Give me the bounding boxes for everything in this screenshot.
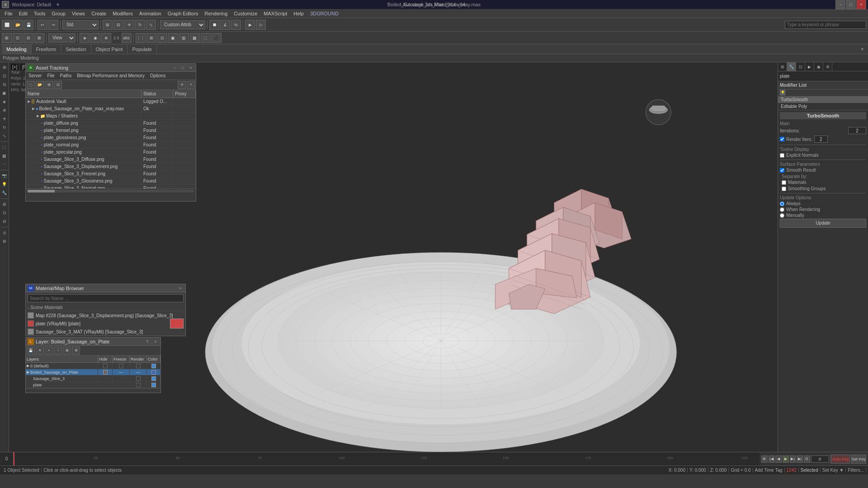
at-menu-bitmap[interactable]: Bitmap Performance and Memory — [74, 72, 147, 79]
tb2-btn7[interactable]: ⊡ — [157, 33, 167, 43]
layer-freeze-check-default[interactable] — [119, 364, 123, 368]
lp-icon-12[interactable]: ⋯ — [0, 160, 9, 169]
tl-set-key-btn[interactable]: Set Key — [851, 455, 866, 464]
layer-tb-move-up[interactable]: ↑ — [54, 347, 62, 355]
at-refresh-btn[interactable]: ↺ — [178, 81, 186, 89]
menu-modifiers[interactable]: Modifiers — [110, 10, 136, 17]
lp-icon-3[interactable]: ⊟ — [0, 80, 9, 89]
menu-edit[interactable]: Edit — [16, 10, 30, 17]
lp-icon-14[interactable]: 💡 — [0, 180, 9, 188]
menu-graph-editors[interactable]: Graph Editors — [165, 10, 201, 17]
mp-item-1[interactable]: Map #228 (Sausage_Slice_3_Displacement.p… — [26, 311, 185, 319]
at-row-maps[interactable]: ▶ 📁 Maps / Shaders — [26, 113, 196, 120]
menu-3dground[interactable]: 3DGROUND — [307, 10, 341, 17]
at-menu-server[interactable]: Server — [26, 72, 44, 79]
at-scroll-track[interactable] — [28, 190, 194, 192]
lp-icon-1[interactable]: ⊞ — [0, 63, 9, 71]
menu-create[interactable]: Create — [89, 10, 109, 17]
rp-icon-motion[interactable]: ▶ — [805, 62, 814, 71]
at-row-plate-frensel[interactable]: ▪ plate_frensel.png Found — [26, 127, 196, 134]
filters-btn[interactable]: Filters... — [846, 468, 866, 473]
redo-btn[interactable]: ↪ — [48, 20, 58, 30]
menu-tools[interactable]: Tools — [31, 10, 48, 17]
layer-hide-check-boiled[interactable] — [103, 370, 108, 375]
explicit-normals-check[interactable] — [780, 153, 784, 158]
tl-key-btn[interactable]: ⊞ — [761, 455, 768, 463]
viewport-gizmo[interactable] — [646, 99, 671, 125]
at-row-maxfile[interactable]: ▶ ■ Boiled_Sausage_on_Plate_max_vray.max… — [26, 105, 196, 113]
reference-dropdown[interactable]: Custom Attrib — [160, 20, 205, 29]
tb2-btn1[interactable]: ⊞ — [2, 33, 12, 43]
tab-populate[interactable]: Populate — [127, 44, 156, 54]
at-row-plate-normal[interactable]: ▪ plate_normal.png Found — [26, 141, 196, 149]
percent-snap-btn[interactable]: % — [231, 20, 241, 30]
layer-render-check-sausage[interactable] — [136, 376, 141, 381]
layer-render-sausage[interactable] — [130, 375, 147, 381]
tb2-btn12[interactable]: ⬛ — [212, 33, 222, 43]
menu-views[interactable]: Views — [69, 10, 88, 17]
layer-render-plate[interactable] — [130, 382, 147, 388]
select-region-btn[interactable]: ⊟ — [113, 20, 123, 30]
lp-icon-18[interactable]: ⊟ — [0, 217, 9, 225]
layer-render-check-plate[interactable] — [136, 383, 141, 387]
add-time-tag-btn[interactable]: Add Time Tag — [753, 468, 785, 473]
tb2-btn9[interactable]: ▥ — [179, 33, 189, 43]
current-frame-input[interactable] — [811, 455, 829, 463]
menu-customize[interactable]: Customize — [231, 10, 260, 17]
asset-tracking-maximize[interactable]: □ — [179, 65, 186, 71]
tb2-btn11[interactable]: ⬚ — [201, 33, 211, 43]
layer-tb-add[interactable]: + — [45, 347, 53, 355]
tab-freeform[interactable]: Freeform — [32, 44, 61, 54]
at-row-sausage-glossiness[interactable]: ▪ Sausage_Slice_3_Glossiness.png Found — [26, 178, 196, 185]
rp-icon-hierarchy[interactable]: ⊡ — [796, 62, 805, 71]
select-btn[interactable]: ⊞ — [103, 20, 113, 30]
tb2-btn6[interactable]: ⊞ — [146, 33, 156, 43]
scale-btn[interactable]: ⤡ — [146, 20, 156, 30]
manually-radio[interactable] — [780, 213, 784, 218]
menu-file[interactable]: File — [2, 10, 15, 17]
lp-icon-13[interactable]: 📷 — [0, 172, 9, 180]
tb2-sel2[interactable]: ◉ — [90, 33, 100, 43]
layer-color-boiled[interactable] — [147, 369, 160, 375]
always-radio[interactable] — [780, 202, 784, 206]
menu-animation[interactable]: Animation — [137, 10, 164, 17]
at-tb-btn1[interactable]: ⬚ — [27, 81, 35, 89]
material-browser-close[interactable]: × — [177, 285, 184, 291]
timeline-start-field[interactable]: 0 — [0, 452, 14, 465]
iterations-input[interactable] — [848, 127, 866, 134]
asset-tracking-close[interactable]: × — [188, 65, 194, 71]
menu-rendering[interactable]: Rendering — [202, 10, 231, 17]
at-tb-btn2[interactable]: 📂 — [36, 81, 44, 89]
lp-icon-10[interactable]: ⬚ — [0, 143, 9, 151]
lp-icon-20[interactable]: ⊞ — [0, 237, 9, 245]
at-row-plate-specular[interactable]: ▪ plate_specular.png Found — [26, 149, 196, 156]
layer-tb-settings[interactable]: ⚙ — [72, 347, 80, 355]
tb2-btn10[interactable]: ▦ — [190, 33, 200, 43]
lp-icon-8[interactable]: ↻ — [0, 123, 9, 131]
layer-color-swatch-default[interactable] — [151, 364, 156, 368]
tl-end-btn[interactable]: ⊡ — [804, 455, 810, 463]
modifier-turbosmoother[interactable]: TurboSmooth — [778, 96, 868, 103]
tb2-btn2[interactable]: ⊡ — [13, 33, 23, 43]
timeline-bar[interactable]: 0 25 50 75 100 125 150 175 200 225 — [14, 452, 760, 465]
layer-color-sausage[interactable] — [147, 375, 160, 381]
layer-freeze-default[interactable] — [113, 363, 130, 369]
layer-color-plate[interactable] — [147, 382, 160, 388]
lp-icon-2[interactable]: ⊡ — [0, 72, 9, 80]
lp-icon-19[interactable]: ◎ — [0, 229, 9, 237]
layer-render-boiled[interactable]: — — [130, 369, 147, 375]
main-search-input[interactable] — [785, 21, 866, 29]
smooth-result-check[interactable] — [780, 168, 784, 173]
layer-color-swatch-sausage[interactable] — [151, 376, 156, 381]
layer-color-default[interactable] — [147, 363, 160, 369]
lp-icon-11[interactable]: ▦ — [0, 152, 9, 160]
layer-hide-boiled[interactable] — [98, 369, 113, 375]
tb2-btn5[interactable]: ⋮⋮ — [136, 33, 146, 43]
menu-maxscript[interactable]: MAXScript — [261, 10, 290, 17]
layer-row-plate[interactable]: plate — [26, 382, 160, 388]
tl-prev-key-btn[interactable]: |◀ — [769, 455, 775, 463]
move-btn[interactable]: ✛ — [124, 20, 134, 30]
tb2-sel3[interactable]: ⊕ — [101, 33, 111, 43]
at-row-sausage-diffuse[interactable]: ▪ Sausage_Slice_3_Diffuse.png Found — [26, 156, 196, 163]
at-row-sausage-displacement[interactable]: ▪ Sausage_Slice_3_Displacement.png Found — [26, 163, 196, 170]
